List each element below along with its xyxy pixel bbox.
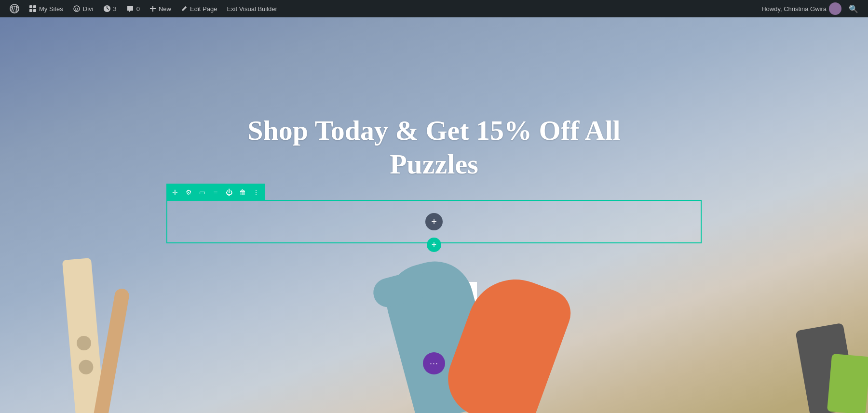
hero-title: Shop Today & Get 15% Off All Puzzles xyxy=(246,114,622,181)
exit-visual-builder[interactable]: Exit Visual Builder xyxy=(222,0,282,17)
builder-row-toolbar: ✛ ⚙ ▭ ≣ ⏻ 🗑 ⋮ xyxy=(166,184,265,201)
more-icon[interactable]: ⋮ xyxy=(251,187,261,197)
edit-page-label: Edit Page xyxy=(190,5,217,13)
delete-icon[interactable]: 🗑 xyxy=(238,187,247,197)
settings-icon[interactable]: ⚙ xyxy=(184,187,193,197)
svg-rect-3 xyxy=(29,9,32,12)
new-menu[interactable]: New xyxy=(145,0,176,17)
svg-rect-1 xyxy=(29,5,32,8)
duplicate-icon[interactable]: ▭ xyxy=(197,187,207,197)
toy-green xyxy=(827,354,868,413)
updates-count: 3 xyxy=(113,5,117,13)
edit-page-menu[interactable]: Edit Page xyxy=(176,0,222,17)
comments-menu[interactable]: 0 xyxy=(122,0,145,17)
admin-bar: My Sites D Divi 3 0 New Edit Page Exit V… xyxy=(0,0,868,17)
grid-icon[interactable]: ≣ xyxy=(211,187,220,197)
comments-count: 0 xyxy=(136,5,140,13)
my-sites-menu[interactable]: My Sites xyxy=(24,0,68,17)
admin-bar-right: Howdy, Christina Gwira 🔍 xyxy=(761,2,863,15)
divi-menu[interactable]: D Divi xyxy=(68,0,98,17)
updates-menu[interactable]: 3 xyxy=(98,0,122,17)
add-row-button[interactable]: + xyxy=(427,238,441,252)
my-sites-label: My Sites xyxy=(39,5,63,13)
greeting-text: Howdy, Christina Gwira xyxy=(761,5,827,13)
exit-visual-builder-label: Exit Visual Builder xyxy=(227,5,277,13)
hero-section: Shop Today & Get 15% Off All Puzzles ✛ ⚙… xyxy=(0,17,868,413)
add-module-button[interactable]: + xyxy=(425,213,443,230)
wordpress-logo[interactable] xyxy=(5,0,24,17)
enable-icon[interactable]: ⏻ xyxy=(224,187,234,197)
builder-selected-row[interactable]: ✛ ⚙ ▭ ≣ ⏻ 🗑 ⋮ + + xyxy=(166,200,702,243)
svg-text:D: D xyxy=(75,7,79,12)
divi-label: Divi xyxy=(83,5,94,13)
bottom-action-button[interactable]: ··· xyxy=(423,352,445,374)
svg-rect-2 xyxy=(33,5,36,8)
search-icon[interactable]: 🔍 xyxy=(844,4,863,13)
move-icon[interactable]: ✛ xyxy=(170,187,180,197)
avatar xyxy=(829,2,841,15)
svg-rect-4 xyxy=(33,9,36,12)
new-label: New xyxy=(159,5,171,13)
svg-point-0 xyxy=(10,4,19,13)
